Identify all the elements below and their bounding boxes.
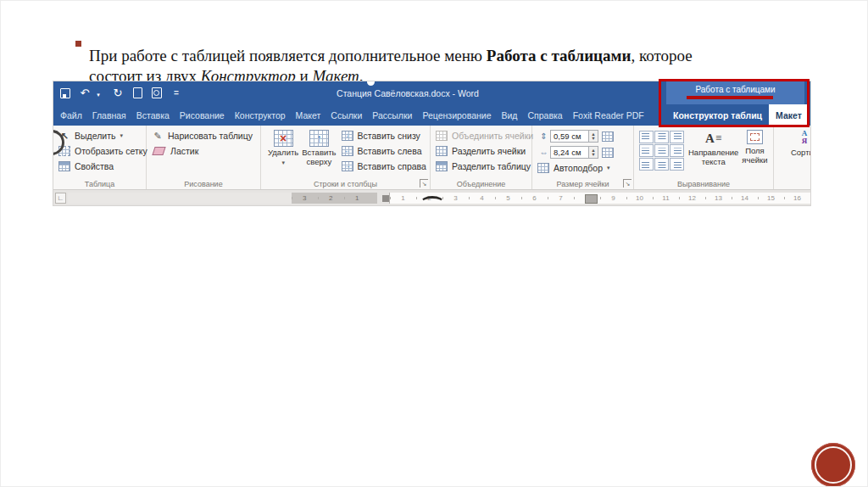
ribbon-tab[interactable]: Главная [87, 104, 131, 126]
ribbon-tab[interactable]: Foxit Reader PDF [568, 104, 649, 126]
table-column-marker[interactable] [585, 194, 598, 204]
group-label: Объединение [431, 180, 531, 188]
x-overlay-icon: × [273, 129, 294, 148]
customize-qat-button[interactable]: = [171, 86, 181, 101]
print-preview-button[interactable] [152, 86, 162, 101]
pencil-icon: ✎ [152, 131, 164, 142]
distribute-columns-icon[interactable] [602, 148, 614, 158]
insert-above-button[interactable]: ↑ Вставить сверху [300, 128, 337, 174]
alignment-cell-button[interactable] [670, 131, 684, 143]
ruler-number: 10 [626, 193, 653, 204]
text-direction-button[interactable]: A≡ Направление текста [687, 128, 740, 171]
alignment-cell-button[interactable] [639, 158, 654, 171]
main-tabs: ФайлГлавнаяВставкаРисованиеКонструкторМа… [55, 104, 649, 126]
alignment-cell-button[interactable] [670, 158, 684, 171]
ruler-row: ∟ 321 12345678910111213141516 [53, 189, 810, 205]
merge-cells-button[interactable]: Объединить ячейки [436, 128, 528, 143]
tab-stop-selector[interactable]: ∟ [55, 193, 66, 204]
alignment-cell-button[interactable] [654, 144, 669, 157]
slide-corner-circle [811, 443, 855, 487]
indent-marker[interactable] [382, 195, 389, 202]
ribbon-tab[interactable]: Рассылки [367, 104, 417, 126]
undo-dropdown[interactable]: ▾ [93, 87, 103, 104]
autofit-button[interactable]: Автоподбор▾ [537, 160, 630, 176]
column-width-input[interactable] [550, 146, 589, 159]
table-properties-button[interactable]: Свойства [58, 159, 142, 174]
chevron-down-icon: ▾ [97, 92, 100, 98]
ribbon-tab[interactable]: Рецензирование [417, 104, 496, 126]
tab-stop-icon: ∟ [58, 194, 64, 202]
ribbon-tab[interactable]: Файл [55, 104, 87, 126]
split-cells-label: Разделить ячейки [452, 146, 526, 156]
table-properties-label: Свойства [75, 161, 114, 171]
split-table-button[interactable]: Разделить таблицу [436, 159, 528, 174]
cell-margins-label2: ячейки [742, 156, 767, 165]
ribbon-tab[interactable]: Справка [523, 104, 568, 126]
ribbon-tab[interactable]: Вид [497, 104, 523, 126]
ruler-number: 5 [495, 193, 521, 204]
split-cells-button[interactable]: Разделить ячейки [436, 143, 528, 159]
new-document-button[interactable] [132, 86, 142, 101]
insert-right-icon: → [342, 161, 353, 171]
alignment-cell-button[interactable] [654, 158, 669, 171]
ruler-blank-segment [68, 193, 292, 204]
eraser-icon [152, 147, 165, 155]
insert-right-button[interactable]: →Вставить справа [342, 159, 426, 174]
insert-left-button[interactable]: ←Вставить слева [342, 143, 426, 159]
chevron-down-icon: ▾ [120, 132, 123, 139]
contextual-ribbon-tab[interactable]: Макет [769, 104, 809, 126]
new-document-icon [133, 87, 142, 98]
select-button[interactable]: ↖Выделить▾ [58, 128, 142, 143]
eraser-button[interactable]: Ластик [152, 143, 257, 159]
group-label: Рисование [147, 180, 260, 188]
ribbon-tab[interactable]: Макет [291, 104, 326, 126]
merge-cells-label: Объединить ячейки [452, 131, 533, 141]
insert-above-label2: сверху [307, 158, 332, 167]
split-cells-icon [436, 146, 448, 156]
redo-button[interactable]: ↻ [113, 86, 123, 101]
sort-button[interactable]: АЯ Сортир [779, 128, 810, 158]
ribbon-tab[interactable]: Конструктор [230, 104, 291, 126]
ribbon-tab[interactable]: Ссылки [326, 104, 367, 126]
text-direction-label2: текста [702, 158, 726, 167]
view-gridlines-button[interactable]: Отобразить сетку [58, 143, 142, 159]
arrow-left-icon: ← [341, 145, 354, 157]
insert-left-label: Вставить слева [358, 146, 422, 156]
save-button[interactable] [60, 86, 70, 101]
insert-below-button[interactable]: ↓Вставить снизу [342, 128, 426, 143]
ruler-number: 1 [390, 193, 416, 204]
alignment-cell-button[interactable] [639, 144, 654, 157]
eraser-label: Ластик [170, 146, 198, 156]
alignment-cell-button[interactable] [639, 131, 654, 143]
ruler-margin-number: 1 [344, 193, 370, 204]
text-direction-icon: A≡ [705, 130, 721, 147]
save-icon [60, 88, 70, 98]
row-height-stepper[interactable]: ▲▼ [589, 130, 598, 143]
cell-margins-button[interactable]: Поля ячейки [740, 128, 769, 171]
ribbon-tab-bar: ФайлГлавнаяВставкаРисованиеКонструкторМа… [53, 104, 810, 126]
sort-letter-z: Я [802, 137, 808, 145]
undo-icon: ↶ [81, 87, 90, 98]
text-direction-label: Направление [688, 148, 738, 158]
ruler-number: 4 [469, 193, 495, 204]
dialog-launcher-button[interactable]: ↘ [420, 179, 428, 188]
row-height-input[interactable] [550, 130, 589, 143]
undo-button[interactable]: ↶ [80, 86, 90, 101]
alignment-cell-button[interactable] [654, 131, 669, 143]
bullet-marker [75, 41, 81, 47]
word-window-screenshot: Станция Савёловская.docx - Word ↶ ▾ ↻ = … [53, 81, 810, 205]
alignment-cell-button[interactable] [670, 144, 684, 157]
group-label: Таблица [53, 180, 146, 188]
ribbon-tab[interactable]: Вставка [131, 104, 175, 126]
column-width-stepper[interactable]: ▲▼ [589, 146, 598, 159]
draw-table-button[interactable]: ✎Нарисовать таблицу [152, 128, 257, 143]
contextual-ribbon-tab[interactable]: Конструктор таблиц [666, 104, 769, 126]
ribbon-tab[interactable]: Рисование [175, 104, 230, 126]
select-label: Выделить [75, 131, 115, 141]
launcher-arrow-icon: ↘ [626, 181, 631, 187]
pen-annotation-arc [420, 196, 444, 205]
distribute-rows-icon[interactable] [602, 132, 614, 142]
red-underline-annotation [687, 96, 773, 99]
dialog-launcher-button[interactable]: ↘ [623, 179, 632, 188]
delete-button[interactable]: × Удалить ▾ [266, 128, 300, 174]
